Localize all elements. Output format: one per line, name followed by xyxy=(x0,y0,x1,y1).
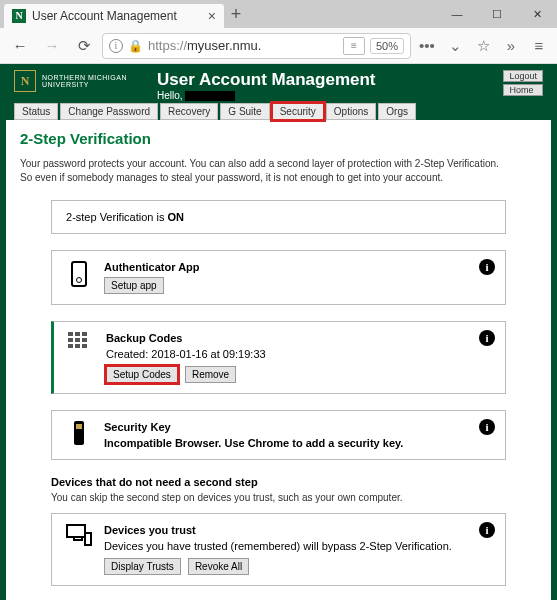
reader-mode-icon[interactable]: ≡ xyxy=(343,37,365,55)
browser-toolbar: ← → ⟳ i 🔒 https://myuser.nmu. ≡ 50% ••• … xyxy=(0,28,557,64)
back-button[interactable]: ← xyxy=(6,32,34,60)
display-trusts-button[interactable]: Display Trusts xyxy=(104,558,181,575)
remove-codes-button[interactable]: Remove xyxy=(185,366,236,383)
trusted-devices-card: Devices you trust Devices you have trust… xyxy=(51,513,506,586)
setup-app-button[interactable]: Setup app xyxy=(104,277,164,294)
info-icon[interactable]: i xyxy=(479,330,495,346)
browser-tab[interactable]: N User Account Management × xyxy=(4,4,224,28)
page-title: 2-Step Verification xyxy=(20,130,537,147)
devices-section-desc: You can skip the second step on devices … xyxy=(51,492,506,503)
content-area: 2-Step Verification Your password protec… xyxy=(6,120,551,600)
greeting: Hello, xyxy=(157,90,503,101)
info-icon[interactable]: i xyxy=(479,522,495,538)
window-maximize-button[interactable]: ☐ xyxy=(477,0,517,28)
logout-button[interactable]: Logout xyxy=(503,70,543,82)
tab-title: User Account Management xyxy=(32,9,202,23)
info-icon[interactable]: i xyxy=(479,419,495,435)
window-titlebar: N User Account Management × + — ☐ ✕ xyxy=(0,0,557,28)
lock-icon: 🔒 xyxy=(128,39,143,53)
intro-text: Your password protects your account. You… xyxy=(20,157,537,184)
university-logo[interactable]: N NORTHERN MICHIGAN UNIVERSITY xyxy=(14,70,127,92)
logo-text: NORTHERN MICHIGAN UNIVERSITY xyxy=(42,74,127,88)
tab-orgs[interactable]: Orgs xyxy=(378,103,416,120)
devices-section-title: Devices that do not need a second step xyxy=(51,476,506,488)
new-tab-button[interactable]: + xyxy=(224,0,248,28)
zoom-level[interactable]: 50% xyxy=(370,38,404,54)
redacted-username xyxy=(185,91,235,101)
favicon: N xyxy=(12,9,26,23)
window-minimize-button[interactable]: — xyxy=(437,0,477,28)
authenticator-title: Authenticator App xyxy=(104,261,491,273)
phone-icon xyxy=(66,261,92,294)
bookmark-star-icon[interactable]: ☆ xyxy=(471,37,495,55)
usb-key-icon xyxy=(66,421,92,449)
reload-button[interactable]: ⟳ xyxy=(70,32,98,60)
codes-icon xyxy=(68,332,94,383)
more-icon[interactable]: ••• xyxy=(415,37,439,54)
window-close-button[interactable]: ✕ xyxy=(517,0,557,28)
forward-button: → xyxy=(38,32,66,60)
tab-status[interactable]: Status xyxy=(14,103,58,120)
security-key-card: Security Key Incompatible Browser. Use C… xyxy=(51,410,506,460)
pocket-icon[interactable]: ⌄ xyxy=(443,37,467,55)
site-header: N NORTHERN MICHIGAN UNIVERSITY User Acco… xyxy=(6,64,551,103)
tab-options[interactable]: Options xyxy=(326,103,376,120)
backup-codes-card: Backup Codes Created: 2018-01-16 at 09:1… xyxy=(51,321,506,394)
trusted-desc: Devices you have trusted (remembered) wi… xyxy=(104,540,491,552)
security-key-msg: Incompatible Browser. Use Chrome to add … xyxy=(104,437,403,449)
app-title: User Account Management xyxy=(157,70,503,90)
authenticator-card: Authenticator App Setup app i xyxy=(51,250,506,305)
tab-recovery[interactable]: Recovery xyxy=(160,103,218,120)
url-text: https://myuser.nmu. xyxy=(148,38,338,53)
site-info-icon[interactable]: i xyxy=(109,39,123,53)
overflow-icon[interactable]: » xyxy=(499,37,523,54)
home-button[interactable]: Home xyxy=(503,84,543,96)
trusted-title: Devices you trust xyxy=(104,524,491,536)
setup-codes-button[interactable]: Setup Codes xyxy=(106,366,178,383)
security-key-title: Security Key xyxy=(104,421,491,433)
logo-mark: N xyxy=(14,70,36,92)
page-viewport: N NORTHERN MICHIGAN UNIVERSITY User Acco… xyxy=(0,64,557,600)
revoke-all-button[interactable]: Revoke All xyxy=(188,558,249,575)
tab-change-password[interactable]: Change Password xyxy=(60,103,158,120)
close-tab-icon[interactable]: × xyxy=(208,8,216,24)
menu-icon[interactable]: ≡ xyxy=(527,37,551,54)
tab-security[interactable]: Security xyxy=(272,103,324,120)
address-bar[interactable]: i 🔒 https://myuser.nmu. ≡ 50% xyxy=(102,33,411,59)
tab-gsuite[interactable]: G Suite xyxy=(220,103,269,120)
info-icon[interactable]: i xyxy=(479,259,495,275)
status-text: 2-step Verification is ON xyxy=(66,211,491,223)
status-card: 2-step Verification is ON xyxy=(51,200,506,234)
backup-title: Backup Codes xyxy=(106,332,491,344)
devices-icon xyxy=(66,524,92,575)
nav-tabs: Status Change Password Recovery G Suite … xyxy=(6,103,551,120)
backup-created: Created: 2018-01-16 at 09:19:33 xyxy=(106,348,491,360)
